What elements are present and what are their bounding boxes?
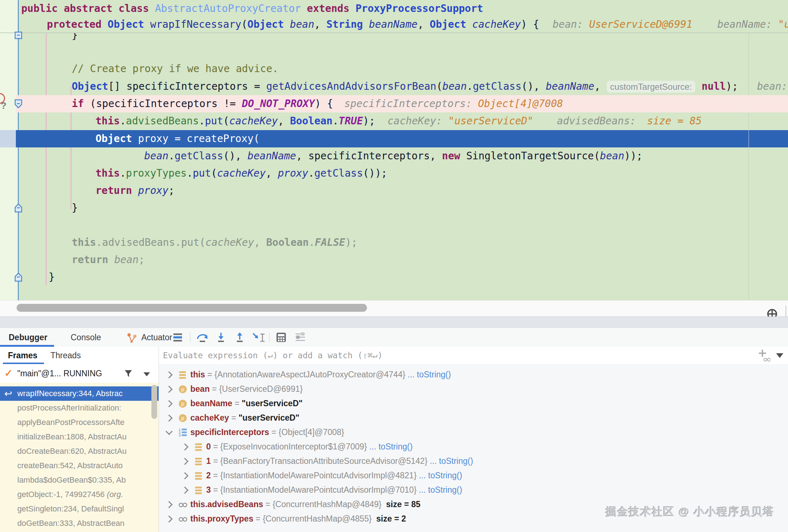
stack-frame-row[interactable]: doGetBean:333, AbstractBean [0, 516, 159, 531]
restore-layout-icon[interactable] [295, 332, 306, 343]
variable-row[interactable]: pcacheKey = "userServiceD" [159, 411, 788, 425]
variable-row[interactable]: 2 = {InstantiationModelAwarePointcutAdvi… [159, 468, 788, 483]
tab-console[interactable]: Console [71, 328, 101, 347]
fold-marker-icon[interactable] [14, 31, 23, 40]
tostring-link[interactable]: ... toString() [419, 471, 462, 480]
evaluate-expression-input[interactable]: Evaluate expression (↵) or add a watch (… [159, 347, 788, 364]
tab-threads[interactable]: Threads [50, 347, 81, 364]
variable-value: {ConcurrentHashMap@4855} [263, 514, 376, 523]
variable-row[interactable]: 123specificInterceptors = {Object[4]@700… [159, 425, 788, 439]
chevron-down-icon[interactable] [776, 353, 783, 358]
hint-value: UserServiceD@6991 [589, 18, 692, 30]
chevron-right-icon[interactable] [181, 487, 189, 494]
equals-sign: = [211, 485, 220, 495]
variable-text: this.advisedBeans = {ConcurrentHashMap@4… [190, 497, 420, 511]
chevron-down-icon[interactable] [165, 428, 173, 435]
evaluate-expression-icon[interactable] [276, 332, 287, 343]
chevron-right-icon[interactable] [165, 371, 173, 378]
stack-frame-row[interactable]: applyBeanPostProcessorsAfte [0, 415, 159, 430]
chevron-right-icon[interactable] [165, 386, 173, 393]
code-token: proxy = createProxy( [132, 133, 260, 145]
code-token [466, 18, 472, 30]
stack-frame-row[interactable]: initializeBean:1808, AbstractAu [0, 430, 159, 444]
right-margin-tick [748, 130, 749, 147]
variable-text: cacheKey = "userServiceD" [190, 411, 300, 425]
spring-actuator-icon [126, 332, 138, 343]
step-out-icon[interactable] [234, 332, 246, 343]
add-watch-icon[interactable] [757, 349, 770, 363]
code-token: . [120, 115, 126, 127]
code-token: .advisedBeans.put( [96, 236, 205, 248]
step-over-icon[interactable] [196, 332, 209, 343]
fold-marker-icon[interactable] [14, 99, 23, 108]
variable-row[interactable]: 0 = {ExposeInvocationInterceptor$1@7009}… [159, 439, 788, 454]
code-token: ProxyProcessorSupport [355, 3, 483, 14]
stack-frame-row[interactable]: ↩wrapIfNecessary:344, Abstrac [0, 386, 159, 401]
stack-frame-row[interactable]: getSingleton:234, DefaultSingl [0, 502, 159, 516]
chevron-right-icon[interactable] [165, 515, 173, 523]
fold-marker-icon[interactable] [14, 272, 23, 282]
code-line: // Create proxy if we have advice. [0, 60, 788, 77]
stack-frame-row[interactable]: doCreateBean:620, AbstractAu [0, 444, 159, 458]
code-token: new [442, 150, 460, 162]
code-token [695, 80, 701, 92]
tostring-link[interactable]: ... toString() [419, 485, 462, 495]
frames-scrollbar-thumb[interactable] [151, 385, 157, 419]
tab-actuator[interactable]: Actuator [141, 328, 172, 347]
variable-row[interactable]: pbeanName = "userServiceD" [159, 396, 788, 411]
code-token: this [72, 236, 96, 248]
chevron-right-icon[interactable] [181, 458, 189, 465]
hint-label: advisedBeans: [557, 115, 648, 127]
tostring-link[interactable]: ... toString() [369, 442, 412, 451]
code-text: this.proxyTypes.put(cacheKey, proxy.getC… [96, 165, 387, 182]
stack-frame-row[interactable]: getObject:-1, 749927456 (org. [0, 487, 159, 502]
code-text: return bean; [72, 251, 145, 269]
variable-text: specificInterceptors = {Object[4]@7008} [190, 425, 344, 439]
code-line: this.proxyTypes.put(cacheKey, proxy.getC… [0, 165, 788, 182]
stack-frames-list[interactable]: ↩wrapIfNecessary:344, AbstracpostProcess… [0, 383, 159, 532]
run-to-cursor-icon[interactable] [252, 332, 266, 343]
tostring-link[interactable]: ... toString() [430, 456, 473, 466]
stack-frame-row[interactable]: createBean:542, AbstractAuto [0, 458, 159, 473]
thread-selector[interactable]: ✓ "main"@1... RUNNING [0, 364, 159, 383]
chevron-down-icon[interactable] [143, 372, 150, 376]
code-token: ( [211, 167, 217, 179]
chevron-right-icon[interactable] [165, 400, 173, 407]
code-token: ); [345, 236, 358, 248]
variable-text: bean = {UserServiceD@6991} [190, 382, 303, 396]
code-token: . [168, 150, 174, 162]
tostring-link[interactable]: ... toString() [408, 370, 451, 379]
code-token: Boolean [290, 115, 332, 127]
variable-value: {InstantiationModelAwarePointcutAdvisorI… [220, 485, 419, 495]
tab-debugger[interactable]: Debugger [9, 328, 47, 347]
filter-funnel-icon[interactable] [124, 369, 133, 378]
code-line: return bean; [0, 251, 788, 269]
frame-label: postProcessAfterInitialization: [17, 401, 156, 415]
variable-name: 3 [206, 485, 211, 495]
chevron-right-icon[interactable] [181, 443, 189, 451]
show-execution-point-icon[interactable] [172, 332, 183, 343]
code-token: String [327, 18, 363, 30]
variable-text: this = {AnnotationAwareAspectJAutoProxyC… [190, 367, 451, 382]
thread-status-label: "main"@1... RUNNING [17, 364, 102, 383]
variable-value: {UserServiceD@6991} [219, 384, 303, 394]
chevron-right-icon[interactable] [165, 414, 173, 422]
chevron-right-icon[interactable] [165, 501, 173, 508]
variable-row[interactable]: pbean = {UserServiceD@6991} [159, 382, 788, 396]
evaluate-placeholder: Evaluate expression (↵) or add a watch (… [163, 347, 382, 364]
code-editor[interactable]: }// Create proxy if we have advice.Objec… [0, 0, 788, 300]
frame-label: applyBeanPostProcessorsAfte [17, 415, 156, 430]
variable-row[interactable]: 1 = {BeanFactoryTransactionAttributeSour… [159, 454, 788, 468]
variable-row[interactable]: this = {AnnotationAwareAspectJAutoProxyC… [159, 367, 788, 382]
variable-row[interactable]: 3 = {InstantiationModelAwarePointcutAdvi… [159, 483, 788, 497]
variable-text: 0 = {ExposeInvocationInterceptor$1@7009}… [206, 439, 413, 454]
horizontal-scrollbar-track[interactable] [0, 300, 788, 317]
tab-frames[interactable]: Frames [8, 347, 37, 364]
chevron-right-icon[interactable] [181, 472, 189, 479]
horizontal-scrollbar-thumb[interactable] [17, 304, 367, 312]
step-into-icon[interactable] [215, 332, 227, 343]
stack-frame-row[interactable]: postProcessAfterInitialization: [0, 401, 159, 415]
fold-marker-icon[interactable] [14, 203, 23, 213]
inline-debugger-hint: specificInterceptors: Object[4]@7008 [344, 95, 563, 112]
stack-frame-row[interactable]: lambda$doGetBean$0:335, Ab [0, 473, 159, 487]
